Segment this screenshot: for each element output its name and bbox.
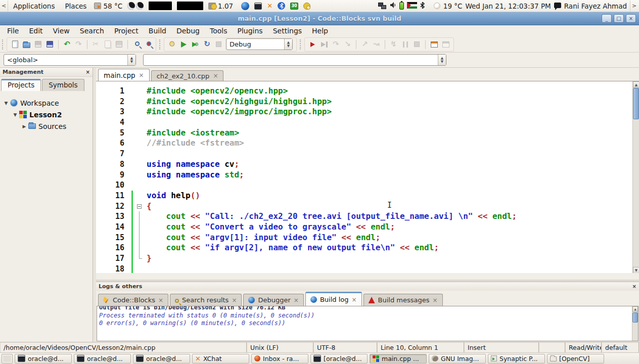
run-button[interactable] — [179, 40, 188, 49]
editor-vscrollbar[interactable]: ▲ ▼ — [632, 81, 639, 273]
taskbar-button[interactable]: oracle@d... — [74, 354, 131, 363]
menu-tools[interactable]: Tools — [205, 26, 233, 35]
menu-file[interactable]: File — [2, 26, 24, 35]
taskbar-button[interactable]: Synaptic P... — [488, 354, 545, 363]
tree-item-sources[interactable]: ▶Sources — [0, 120, 93, 132]
save-button[interactable] — [34, 40, 42, 49]
log-vscroll-thumb[interactable] — [632, 312, 638, 323]
taskbar-button[interactable]: GNU Imag... — [429, 354, 486, 363]
menu-help[interactable]: Help — [307, 26, 333, 35]
scroll-up-icon[interactable]: ▲ — [633, 81, 639, 88]
tab-close-icon[interactable]: × — [433, 297, 438, 304]
places-menu[interactable]: Places — [60, 0, 92, 12]
keyring-tray-icon[interactable] — [301, 3, 313, 10]
replace-button[interactable] — [144, 40, 152, 49]
fold-collapse-icon[interactable] — [137, 204, 142, 209]
step-into-instruction-button[interactable]: ↯ — [389, 40, 398, 49]
expander-icon[interactable]: ▼ — [12, 112, 18, 117]
load-applet[interactable]: 1.07 — [206, 2, 236, 10]
build-log-output[interactable]: Output file is bin/Debug/Lesson2 with si… — [97, 306, 638, 341]
line-number[interactable]: 6 — [96, 138, 129, 149]
close-button[interactable]: × — [626, 14, 636, 23]
line-number[interactable]: 9 — [96, 170, 129, 180]
weather-icon[interactable] — [434, 3, 440, 9]
function-select[interactable]: ▲▼ — [143, 54, 446, 66]
fold-margin[interactable] — [135, 211, 144, 222]
line-number[interactable]: 18 — [96, 264, 129, 273]
tab-close-icon[interactable]: × — [158, 297, 163, 304]
toolbar-handle[interactable] — [300, 39, 301, 50]
panel-collapse-right[interactable]: > — [630, 1, 638, 12]
log-tab-build-messages[interactable]: Build messages× — [363, 294, 443, 306]
volume-icon[interactable] — [389, 2, 396, 10]
bluetooth-tray-icon[interactable] — [275, 2, 288, 10]
line-number[interactable]: 13 — [96, 211, 129, 222]
toolbar-handle[interactable] — [159, 39, 161, 50]
build-target-select[interactable]: Debug ▲▼ — [226, 38, 293, 50]
taskbar-button[interactable]: [oracle@d... — [310, 354, 368, 363]
browser-tray-icon[interactable] — [239, 2, 252, 10]
log-tab-debugger[interactable]: Debugger× — [243, 294, 303, 306]
logs-close-icon[interactable]: × — [632, 284, 636, 289]
menu-view[interactable]: View — [48, 26, 75, 35]
stepper-icon[interactable]: ▲▼ — [127, 55, 135, 65]
break-debugger-button[interactable] — [401, 40, 409, 49]
line-number[interactable]: 3 — [96, 107, 129, 117]
open-file-button[interactable] — [22, 40, 31, 49]
menu-project[interactable]: Project — [109, 26, 144, 35]
scope-select[interactable]: <global> ▲▼ — [4, 54, 136, 66]
menu-edit[interactable]: Edit — [24, 26, 48, 35]
taskbar-button[interactable]: oracle@d... — [133, 354, 190, 363]
stepper-icon[interactable]: ▲▼ — [438, 55, 446, 65]
redo-button[interactable]: ↷ — [74, 40, 83, 49]
window-titlebar[interactable]: main.cpp [Lesson2] - Code::Blocks svn bu… — [0, 12, 639, 25]
line-number[interactable]: 12 — [96, 201, 129, 212]
line-number[interactable]: 1 — [96, 86, 129, 97]
scroll-down-icon[interactable]: ▼ — [633, 267, 639, 273]
taskbar-button[interactable]: oracle@d... — [15, 354, 72, 363]
code-editor[interactable]: 1#include <opencv2/opencv.hpp>2#include … — [96, 81, 639, 273]
line-number[interactable]: 11 — [96, 191, 129, 201]
menu-settings[interactable]: Settings — [268, 26, 307, 35]
line-number[interactable]: 5 — [96, 128, 129, 139]
tab-close-icon[interactable]: × — [351, 296, 356, 303]
fold-margin[interactable] — [135, 264, 144, 273]
tab-close-icon[interactable]: × — [213, 72, 218, 79]
menu-debug[interactable]: Debug — [171, 26, 205, 35]
line-number[interactable]: 4 — [96, 117, 129, 128]
applications-menu[interactable]: Applications — [8, 0, 60, 12]
cut-button[interactable]: ✂ — [92, 40, 100, 49]
fold-margin[interactable] — [135, 138, 144, 149]
fold-margin[interactable] — [135, 201, 144, 212]
editor-tab-main.cpp[interactable]: main.cpp× — [98, 69, 150, 81]
line-number[interactable]: 8 — [96, 159, 129, 170]
log-vscrollbar[interactable]: ▲ — [632, 306, 638, 341]
fold-margin[interactable] — [135, 128, 144, 139]
expander-icon[interactable]: ▼ — [3, 101, 9, 106]
tab-symbols[interactable]: Symbols — [42, 79, 84, 91]
show-desktop-button[interactable] — [2, 354, 13, 363]
fold-margin[interactable] — [135, 86, 144, 97]
new-file-button[interactable] — [11, 40, 19, 49]
expander-icon[interactable]: ▶ — [21, 124, 27, 129]
fold-margin[interactable] — [135, 97, 144, 107]
stepper-icon[interactable]: ▲▼ — [284, 39, 292, 50]
terminal-tray-icon[interactable] — [252, 3, 264, 10]
menu-build[interactable]: Build — [144, 26, 171, 35]
step-into-button[interactable]: ↘ — [343, 40, 352, 49]
next-instruction-button[interactable]: ↝ — [372, 40, 381, 49]
run-to-cursor-button[interactable] — [320, 40, 329, 49]
management-close-icon[interactable]: × — [86, 69, 90, 75]
debug-info-button[interactable] — [441, 40, 450, 49]
clock[interactable]: Wed Jan 21, 12:03:37 PM — [465, 2, 551, 10]
line-number[interactable]: 2 — [96, 97, 129, 107]
workrave-tray-icon[interactable]: 30 — [288, 3, 301, 10]
fold-margin[interactable] — [135, 170, 144, 180]
rebuild-button[interactable]: ↻ — [203, 40, 211, 49]
taskbar-button[interactable]: main.cpp ... — [370, 354, 427, 363]
line-number[interactable]: 16 — [96, 243, 129, 253]
paste-button[interactable] — [115, 40, 123, 49]
line-number[interactable]: 7 — [96, 149, 129, 159]
system-monitor-applet[interactable] — [125, 2, 146, 10]
fold-margin[interactable] — [135, 253, 144, 264]
